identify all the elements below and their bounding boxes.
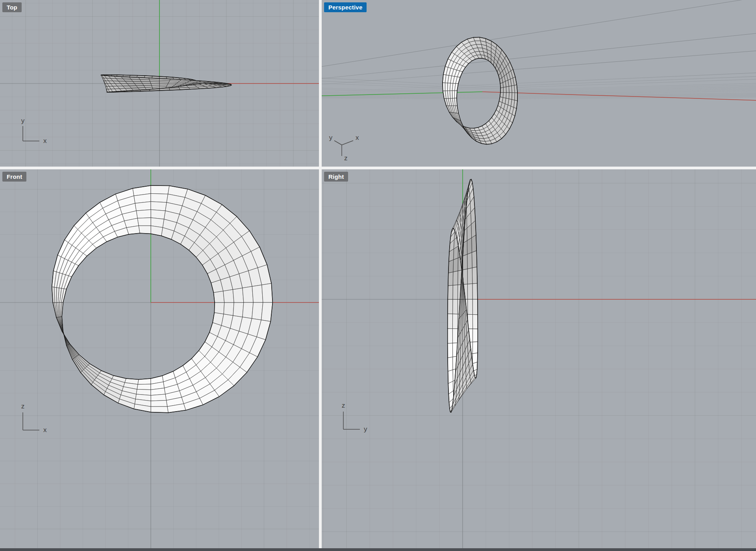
viewport-perspective[interactable]: y x z Perspective [322,0,756,167]
mobius-surface[interactable] [101,75,232,92]
axis-gizmo-y-label: y [364,425,367,433]
perspective-render [322,0,756,144]
top-view-axis-gizmo: y x [21,117,47,145]
mobius-surface[interactable] [52,186,273,413]
axis-gizmo-x-label: x [43,137,47,145]
viewport-title-right[interactable]: Right [324,172,348,182]
right-view-canvas[interactable]: z y [322,169,756,548]
axis-gizmo-y-label: y [329,134,333,141]
viewport-title-perspective[interactable]: Perspective [324,2,367,12]
mobius-surface[interactable] [448,179,478,412]
viewport-title-front[interactable]: Front [2,172,26,182]
axis-gizmo-y-line [334,141,342,145]
top-view-canvas[interactable]: y x [0,0,319,167]
right-view-axis-gizmo: z y [342,402,367,433]
perspective-view-axis-gizmo: y x z [329,134,359,162]
axis-gizmo-x-label: x [43,426,47,434]
splitter-horizontal[interactable] [0,167,756,169]
front-view-axis-gizmo: z x [21,403,47,434]
axis-gizmo-z-label: z [21,403,25,410]
viewport-front[interactable]: z x Front [0,169,319,548]
construction-grid [322,169,756,548]
axis-gizmo-z-label: z [344,154,348,162]
front-view-render [0,169,319,548]
splitter-vertical[interactable] [319,0,322,548]
perspective-view-canvas[interactable]: y x z [322,0,756,167]
viewport-right[interactable]: z y Right [322,169,756,548]
viewport-top[interactable]: y x Top [0,0,319,167]
right-view-render [322,169,756,548]
window-bottom-edge [0,548,756,551]
grid-horizon-fade [322,65,756,103]
axis-gizmo-z-label: z [342,402,345,409]
top-view-render [0,0,319,167]
viewport-title-top[interactable]: Top [2,2,22,12]
cplane-axes [322,169,756,548]
axis-gizmo-x-line [342,141,353,145]
front-view-canvas[interactable]: z x [0,169,319,548]
axis-gizmo-x-label: x [356,134,359,141]
axis-gizmo-y-label: y [21,117,25,124]
cad-four-view-window: y x Top y x z Perspective z x [0,0,756,551]
